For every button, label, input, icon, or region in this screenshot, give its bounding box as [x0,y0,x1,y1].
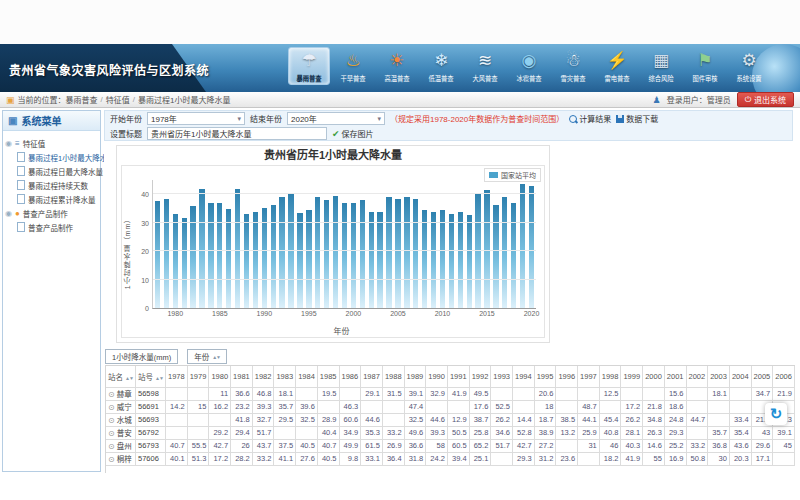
column-header-year[interactable]: 1982 [252,366,274,387]
tree-item[interactable]: 暴雨过程1小时最大降水量 [5,150,98,164]
bar-1979[interactable] [164,199,169,308]
nav-item-rainstorm[interactable]: ☂暴雨普查 [288,47,330,85]
bar-1990[interactable] [262,208,267,308]
start-year-select[interactable]: 1978年 ▾ [147,112,245,125]
column-header-year[interactable]: 2007 [794,366,795,387]
tree-group-feature-values[interactable]: ◉≡特征值 [5,136,98,150]
column-header-year[interactable]: 1989 [404,366,426,387]
column-header-year[interactable]: 2000 [643,366,665,387]
bar-2019[interactable] [520,184,525,308]
save-image-button[interactable]: ✔ 保存图片 [332,128,374,139]
column-header-year[interactable]: 2006 [773,366,795,387]
radio-icon[interactable]: ⊙ [108,442,115,451]
nav-item-hail[interactable]: ◉冰雹普查 [508,47,550,85]
column-header-year[interactable]: 1993 [491,366,513,387]
bar-2018[interactable] [511,203,516,308]
bar-2005[interactable] [395,199,400,308]
bar-1987[interactable] [235,189,240,308]
nav-item-snow[interactable]: ☃雪灾普查 [552,47,594,85]
column-header-year[interactable]: 2001 [664,366,686,387]
station-name-cell[interactable]: ⊙普安 [106,426,136,439]
bar-2008[interactable] [422,210,427,308]
bar-1999[interactable] [342,203,347,308]
tree-item[interactable]: 普查产品制作 [5,220,98,234]
sort-icons[interactable]: ▲▼ [125,375,133,381]
bar-1991[interactable] [271,205,276,308]
bar-1997[interactable] [324,200,329,308]
data-table-wrap[interactable]: 站名 ▲▼站号 ▲▼197819791980198119821983198419… [105,365,795,473]
column-header-year[interactable]: 1987 [361,366,383,387]
bar-1986[interactable] [226,209,231,308]
nav-item-wind[interactable]: ≋大风普查 [464,47,506,85]
nav-item-cold[interactable]: ❄低温普查 [420,47,462,85]
tree-toggle-icon[interactable]: ◉ [5,209,12,218]
bar-2000[interactable] [351,203,356,308]
radio-icon[interactable]: ⊙ [108,429,115,438]
column-header-year[interactable]: 1991 [447,366,469,387]
bar-1981[interactable] [182,218,187,308]
column-header-year[interactable]: 1980 [209,366,231,387]
tree-toggle-icon[interactable]: ◉ [5,139,12,148]
bar-1995[interactable] [306,210,311,308]
station-name-cell[interactable]: ⊙水城 [106,413,136,426]
column-header-year[interactable]: 1997 [578,366,600,387]
bar-2010[interactable] [440,210,445,308]
bar-2016[interactable] [493,205,498,308]
bar-2006[interactable] [404,197,409,308]
bar-1983[interactable] [199,189,204,308]
bar-1994[interactable] [297,213,302,308]
bar-2013[interactable] [467,215,472,308]
bar-2001[interactable] [360,200,365,308]
bar-2012[interactable] [458,212,463,308]
nav-item-lightning[interactable]: ⚡雷电普查 [596,47,638,85]
tree-group-product-making[interactable]: ◉●普查产品制作 [5,206,98,220]
station-name-cell[interactable]: ⊙威宁 [106,400,136,413]
station-name-cell[interactable]: ⊙赫章 [106,387,136,400]
column-header-year[interactable]: 1990 [426,366,448,387]
column-header-year[interactable]: 2002 [686,366,708,387]
radio-icon[interactable]: ⊙ [108,403,115,412]
bar-1988[interactable] [244,214,249,308]
column-header-year[interactable]: 1979 [187,366,209,387]
bar-1985[interactable] [217,203,222,308]
bar-1978[interactable] [155,201,160,308]
bar-1992[interactable] [279,197,284,309]
station-name-cell[interactable]: ⊙盘州 [106,439,136,452]
tree-item[interactable]: 暴雨过程日最大降水量 [5,164,98,178]
calculate-button[interactable]: 计算结果 [569,113,611,124]
column-header-year[interactable]: 1994 [513,366,535,387]
end-year-select[interactable]: 2020年 ▾ [287,112,385,125]
column-header-year[interactable]: 1995 [534,366,556,387]
measure-chip[interactable]: 1小时降水量(mm) [105,349,178,364]
column-header-year[interactable]: 1983 [274,366,296,387]
column-header-year[interactable]: 1988 [382,366,404,387]
column-header-station-id[interactable]: 站号 ▲▼ [136,366,166,387]
column-header-year[interactable]: 1978 [166,366,188,387]
bar-2004[interactable] [386,197,391,308]
column-header-year[interactable]: 1996 [556,366,578,387]
bar-2009[interactable] [431,212,436,308]
bar-1998[interactable] [333,196,338,308]
breadcrumb-item[interactable]: 特征值 [106,94,130,105]
download-button[interactable]: 数据下载 [616,113,658,124]
column-header-station-name[interactable]: 站名 ▲▼ [106,366,136,387]
bar-2003[interactable] [377,212,382,308]
tree-item[interactable]: 暴雨过程累计降水量 [5,192,98,206]
radio-icon[interactable]: ⊙ [108,455,115,464]
bar-1980[interactable] [173,214,178,308]
breadcrumb-item[interactable]: 暴雨过程1小时最大降水量 [138,94,230,105]
column-header-year[interactable]: 1984 [296,366,318,387]
bar-1989[interactable] [253,212,258,308]
nav-item-settings[interactable]: ⚙系统设置 [728,47,770,85]
column-header-year[interactable]: 1999 [621,366,643,387]
sort-icons[interactable]: ▲▼ [155,375,163,381]
column-header-year[interactable]: 2003 [708,366,730,387]
column-header-year[interactable]: 2005 [751,366,773,387]
chart-legend[interactable]: 国家站平均 [484,168,541,182]
column-header-year[interactable]: 1998 [599,366,621,387]
bar-2017[interactable] [502,197,507,308]
nav-item-risk[interactable]: ▦综合风险 [640,47,682,85]
radio-icon[interactable]: ⊙ [108,416,115,425]
column-header-year[interactable]: 1992 [469,366,491,387]
bar-2015[interactable] [484,190,489,308]
